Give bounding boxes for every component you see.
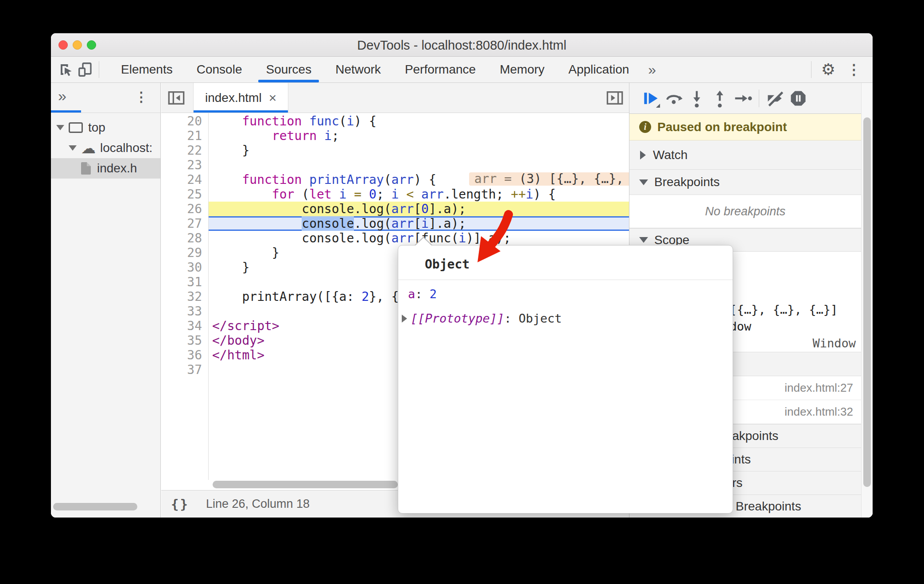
pretty-print-icon[interactable]: {}: [171, 497, 189, 512]
code-line-20[interactable]: function func(i) {: [209, 114, 629, 128]
no-breakpoints-message: No breakpoints: [629, 195, 861, 228]
tree-item-index-h[interactable]: index.h: [51, 158, 160, 179]
pause-on-exceptions-button[interactable]: [787, 88, 810, 109]
tree-item-label: index.h: [97, 161, 137, 175]
show-next-panel-icon[interactable]: [606, 90, 624, 105]
file-tree: top☁localhost:index.h: [51, 113, 160, 179]
line-number[interactable]: 29: [161, 245, 208, 260]
line-number[interactable]: 28: [161, 231, 208, 245]
tree-item-localhost-[interactable]: ☁localhost:: [51, 138, 160, 158]
more-navigator-tabs-icon[interactable]: »: [58, 87, 66, 105]
code-line-26[interactable]: console.log(arr[0].a);: [209, 202, 629, 216]
line-number[interactable]: 33: [161, 304, 208, 319]
line-number[interactable]: 25: [161, 187, 208, 202]
titlebar: DevTools - localhost:8080/index.html: [51, 33, 873, 57]
tab-memory[interactable]: Memory: [488, 57, 556, 82]
debugger-toolbar: [629, 83, 873, 114]
line-number[interactable]: 35: [161, 333, 208, 348]
tab-elements[interactable]: Elements: [109, 57, 185, 82]
debugger-toolbar-divider: [759, 90, 759, 107]
resume-script-button[interactable]: [639, 88, 662, 109]
navigator-header: » ⋮: [51, 83, 160, 113]
toolbar-divider: [99, 61, 99, 78]
tab-console[interactable]: Console: [185, 57, 254, 82]
line-number[interactable]: 30: [161, 260, 208, 275]
devtools-window: DevTools - localhost:8080/index.html Ele…: [51, 33, 873, 518]
window-title: DevTools - localhost:8080/index.html: [51, 38, 873, 53]
navigator-sidebar: » ⋮ top☁localhost:index.h: [51, 83, 161, 518]
line-number[interactable]: 34: [161, 319, 208, 333]
chevron-right-icon: [402, 315, 407, 323]
code-line-25[interactable]: for (let i = 0; i < arr.length; ++i) {: [209, 187, 629, 202]
main-toolbar: ElementsConsoleSourcesNetworkPerformance…: [51, 57, 873, 83]
frame-icon: [69, 122, 83, 133]
step-over-button[interactable]: [662, 88, 685, 109]
panel-scrollbar-thumb[interactable]: [863, 117, 871, 487]
tree-expand-arrow[interactable]: [56, 125, 64, 130]
tab-application[interactable]: Application: [556, 57, 641, 82]
deactivate-breakpoints-button[interactable]: [764, 88, 787, 109]
paused-banner-label: Paused on breakpoint: [657, 120, 787, 134]
hide-navigator-icon[interactable]: [167, 90, 185, 105]
line-number[interactable]: 24: [161, 172, 208, 187]
active-navigator-tab-indicator: [51, 110, 81, 113]
toolbar-divider: [811, 61, 811, 78]
code-line-24[interactable]: function printArray(arr) {arr = (3) [{…}…: [209, 172, 629, 187]
panel-tabs: ElementsConsoleSourcesNetworkPerformance…: [109, 57, 641, 82]
inspect-element-icon[interactable]: [56, 60, 76, 79]
popup-divider: [398, 280, 733, 280]
object-preview-popup: Object a: 2 [[Prototype]]: Object: [398, 245, 733, 514]
sidebar-horizontal-scrollbar[interactable]: [53, 503, 137, 510]
editor-horizontal-scrollbar[interactable]: [213, 481, 398, 488]
chevron-down-icon: [639, 179, 648, 185]
panel-scrollbar-track: [861, 83, 873, 518]
file-tab-label: index.html: [205, 91, 262, 105]
frame-location-link[interactable]: index.html:27: [784, 381, 853, 395]
line-number[interactable]: 20: [161, 114, 208, 128]
step-into-button[interactable]: [685, 88, 708, 109]
line-number[interactable]: 37: [161, 362, 208, 377]
tree-item-top[interactable]: top: [51, 117, 160, 138]
code-line-27[interactable]: console.log(arr[i].a);: [209, 216, 629, 231]
line-number[interactable]: 22: [161, 143, 208, 158]
line-number[interactable]: 23: [161, 158, 208, 172]
tree-item-label: localhost:: [100, 141, 152, 155]
line-number[interactable]: 32: [161, 289, 208, 304]
popup-property-row: a: 2: [408, 287, 733, 301]
tab-network[interactable]: Network: [323, 57, 393, 82]
popup-title: Object: [425, 257, 733, 272]
cursor-position-label: Line 26, Column 18: [206, 497, 310, 511]
tab-sources[interactable]: Sources: [254, 57, 323, 82]
tree-expand-arrow[interactable]: [69, 145, 77, 151]
step-button[interactable]: [731, 88, 754, 109]
device-toolbar-icon[interactable]: [76, 60, 95, 79]
close-tab-icon[interactable]: ×: [269, 90, 277, 105]
breakpoints-label: Breakpoints: [654, 175, 720, 189]
line-number-gutter: 202122232425262728293031323334353637: [161, 113, 209, 480]
file-tab-index-html[interactable]: index.html ×: [193, 83, 288, 113]
chevron-right-icon: [640, 151, 646, 160]
navigator-menu-kebab-icon[interactable]: ⋮: [135, 89, 148, 105]
code-line-22[interactable]: }: [209, 143, 629, 158]
watch-label: Watch: [653, 148, 687, 162]
line-number[interactable]: 36: [161, 348, 208, 362]
settings-gear-icon[interactable]: ⚙: [815, 60, 842, 79]
chevron-down-icon: [639, 237, 648, 243]
devtools-menu-kebab-icon[interactable]: ⋮: [842, 61, 866, 78]
line-number[interactable]: 26: [161, 202, 208, 216]
line-number[interactable]: 31: [161, 275, 208, 289]
line-number[interactable]: 27: [161, 216, 208, 231]
editor-tabstrip: index.html ×: [161, 83, 629, 113]
step-out-button[interactable]: [708, 88, 731, 109]
tree-item-label: top: [88, 121, 105, 135]
line-number[interactable]: 21: [161, 128, 208, 143]
section-breakpoints[interactable]: Breakpoints: [629, 170, 861, 195]
more-panels-icon[interactable]: »: [641, 62, 663, 78]
inline-eval-hint: arr = (3) [{…}, {…}, {…}]: [469, 172, 629, 186]
tab-performance[interactable]: Performance: [393, 57, 488, 82]
code-line-21[interactable]: return i;: [209, 128, 629, 143]
section-watch[interactable]: Watch: [629, 140, 861, 170]
frame-location-link[interactable]: index.html:32: [784, 405, 853, 419]
popup-prototype-row[interactable]: [[Prototype]]: Object: [402, 311, 733, 325]
code-line-23[interactable]: [209, 158, 629, 172]
